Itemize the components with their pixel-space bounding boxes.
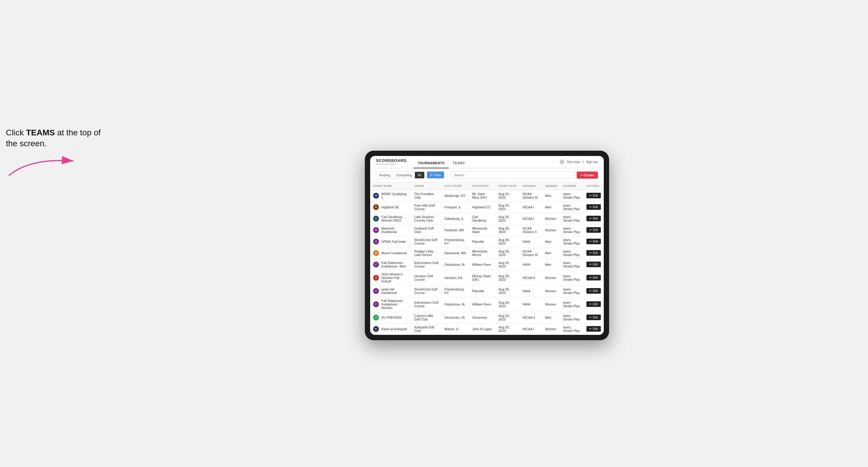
header-right: Test User | Sign out — [560, 159, 598, 164]
cell-scoring-10: team, Stroke Play — [560, 312, 584, 323]
edit-icon-7: ✏ — [589, 276, 592, 279]
create-button[interactable]: + Create — [577, 172, 598, 179]
team-logo-3: M — [373, 227, 379, 233]
arrow-graphic — [6, 152, 83, 187]
event-name-11: Klash at Kokopelli — [381, 327, 407, 331]
cell-gender-11: Women — [542, 323, 560, 335]
event-name-8: upike fall invitational — [381, 287, 408, 294]
cell-start-date-6: Aug 28, 2023 — [496, 259, 520, 270]
edit-button-0[interactable]: ✏ Edit — [586, 193, 601, 198]
cell-division-9: NAIA — [520, 297, 542, 312]
cell-venue-3: Faribault Golf Club — [411, 224, 442, 236]
cell-venue-6: Edmundson Golf Course — [411, 259, 442, 270]
cell-actions-9: ✏ Edit — [584, 297, 604, 312]
edit-icon-2: ✏ — [589, 217, 592, 220]
edit-icon-0: ✏ — [589, 194, 592, 197]
col-gender: GENDER — [542, 182, 560, 190]
edit-button-8[interactable]: ✏ Edit — [586, 288, 601, 294]
cell-city-state-5: Deerwood, MN — [442, 247, 469, 259]
cell-division-0: NCAA Division III — [520, 190, 542, 201]
edit-button-2[interactable]: ✏ Edit — [586, 216, 601, 221]
cell-scoring-6: team, Stroke Play — [560, 259, 584, 270]
edit-button-11[interactable]: ✏ Edit — [586, 326, 601, 332]
event-name-7: 2023 Women's Hesston Fall Kickoff — [381, 273, 408, 283]
cell-division-3: NCAA Division II — [520, 224, 542, 236]
cell-division-7: NICAA II — [520, 270, 542, 285]
cell-division-11: NICAA I — [520, 323, 542, 335]
team-logo-9: F — [373, 301, 379, 307]
tablet-screen: SCOREBOARD Powered by Clippit TOURNAMENT… — [370, 156, 604, 335]
cell-scoring-7: team, Stroke Play — [560, 270, 584, 285]
cell-start-date-2: Aug 26, 2023 — [496, 213, 520, 224]
table-row: M Maverick Invitational Faribault Golf C… — [370, 224, 604, 236]
cell-event-name-0: M MSMC Qualifying 1 — [370, 190, 411, 201]
cell-scoring-1: team, Stroke Play — [560, 201, 584, 213]
nav-tab-teams[interactable]: TEAMS — [449, 158, 469, 168]
col-actions: ACTIONS — [584, 182, 604, 190]
edit-button-1[interactable]: ✏ Edit — [586, 204, 601, 210]
cell-venue-8: StoneCrest Golf Course — [411, 285, 442, 297]
app-logo-sub: Powered by Clippit — [376, 163, 407, 165]
cell-hosted-by-7: Murray State (OK) — [469, 270, 496, 285]
app-logo: SCOREBOARD — [376, 158, 407, 163]
table-row: H Highland 36 Park Hills Golf Course Fre… — [370, 201, 604, 213]
edit-button-4[interactable]: ✏ Edit — [586, 239, 601, 244]
edit-icon-5: ✏ — [589, 251, 592, 254]
gear-icon[interactable] — [560, 159, 564, 164]
all-filter-button[interactable]: All — [415, 172, 424, 178]
edit-icon-9: ✏ — [589, 303, 592, 306]
cell-gender-9: Women — [542, 297, 560, 312]
edit-icon-11: ✏ — [589, 327, 592, 331]
cell-gender-8: Women — [542, 285, 560, 297]
event-name-3: Maverick Invitational — [381, 226, 408, 234]
cell-event-name-3: M Maverick Invitational — [370, 224, 411, 236]
table-row: F Fall Statesmen Invitational - Women Ed… — [370, 297, 604, 312]
cell-hosted-by-1: Highland CC — [469, 201, 496, 213]
edit-button-5[interactable]: ✏ Edit — [586, 250, 601, 256]
col-division: DIVISION — [520, 182, 542, 190]
table-row: M MSMC Qualifying 1 The Powelton Club Ne… — [370, 190, 604, 201]
cell-start-date-9: Aug 28, 2023 — [496, 297, 520, 312]
instruction-bold: TEAMS — [26, 128, 55, 137]
cell-actions-4: ✏ Edit — [584, 236, 604, 247]
cell-scoring-4: team, Stroke Play — [560, 236, 584, 247]
cell-actions-10: ✏ Edit — [584, 312, 604, 323]
filter-toggle-button[interactable]: ☰ Filter — [427, 172, 444, 178]
cell-scoring-2: team, Stroke Play — [560, 213, 584, 224]
cell-event-name-2: C Carl Sandburg Women FA23 — [370, 213, 411, 224]
table-row: M Morris Invitational Ruttger's Bay Lake… — [370, 247, 604, 259]
edit-button-9[interactable]: ✏ Edit — [586, 301, 601, 307]
col-hosted-by: HOSTED BY — [469, 182, 496, 190]
cell-hosted-by-3: Minnesota State — [469, 224, 496, 236]
cell-scoring-3: team, Stroke Play — [560, 224, 584, 236]
sign-out-link[interactable]: Sign out — [586, 160, 598, 164]
nav-tab-tournaments[interactable]: TOURNAMENTS — [414, 158, 449, 168]
edit-button-7[interactable]: ✏ Edit — [586, 275, 601, 280]
cell-gender-5: Men — [542, 247, 560, 259]
cell-start-date-5: Aug 28, 2023 — [496, 247, 520, 259]
hosting-filter-button[interactable]: Hosting — [376, 172, 393, 178]
cell-city-state-11: Marion, IL — [442, 323, 469, 335]
cell-city-state-4: Prestonsburg, KY — [442, 236, 469, 247]
edit-button-6[interactable]: ✏ Edit — [586, 261, 601, 267]
filter-icon: ☰ — [430, 173, 433, 177]
cell-division-10: NICAA II — [520, 312, 542, 323]
col-event-name: EVENT NAME — [370, 182, 411, 190]
cell-city-state-10: Vincennes, IN — [442, 312, 469, 323]
cell-hosted-by-8: Pikeville — [469, 285, 496, 297]
edit-icon-4: ✏ — [589, 240, 592, 243]
competing-filter-button[interactable]: Competing — [393, 172, 414, 178]
cell-start-date-11: Aug 28, 2023 — [496, 323, 520, 335]
edit-button-3[interactable]: ✏ Edit — [586, 227, 601, 233]
cell-start-date-1: Aug 25, 2023 — [496, 201, 520, 213]
cell-start-date-0: Aug 24, 2023 — [496, 190, 520, 201]
search-input[interactable] — [451, 171, 575, 179]
event-name-9: Fall Statesmen Invitational - Women — [381, 299, 408, 310]
cell-hosted-by-0: Mt. Saint Mary (NY) — [469, 190, 496, 201]
cell-division-6: NAIA — [520, 259, 542, 270]
cell-scoring-9: team, Stroke Play — [560, 297, 584, 312]
filter-btn-group: Hosting Competing All — [376, 172, 425, 179]
instruction-text: Click TEAMS at the top of the screen. — [6, 127, 106, 150]
logo-area: SCOREBOARD Powered by Clippit — [376, 158, 407, 165]
edit-button-10[interactable]: ✏ Edit — [586, 315, 601, 320]
